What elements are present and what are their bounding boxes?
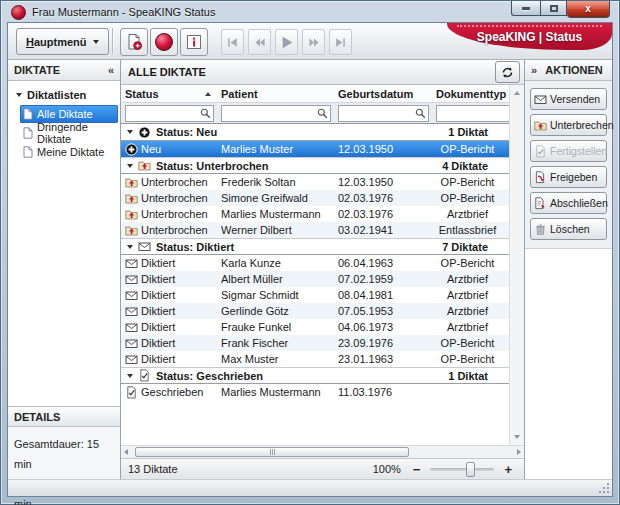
status-diktiert-icon: [125, 353, 138, 366]
cell-patient: Marlies Mustermann: [221, 208, 338, 220]
minimize-button[interactable]: [511, 1, 540, 16]
sidebar-collapse-button[interactable]: «: [108, 64, 114, 76]
sidebar-item[interactable]: Meine Diktate: [20, 143, 118, 161]
table-row[interactable]: Diktiert Frauke Funkel 04.06.1973 Arztbr…: [121, 319, 509, 335]
cell-patient: Frederik Soltan: [221, 176, 338, 188]
group-collapse-icon[interactable]: [127, 245, 133, 249]
table-row-selected[interactable]: Neu Marlies Muster 12.03.1950 OP-Bericht: [121, 141, 509, 157]
table-row[interactable]: Unterbrochen Simone Greifwald 02.03.1976…: [121, 190, 509, 206]
zoom-out-button[interactable]: −: [411, 463, 423, 476]
action-icon-slot: [534, 119, 547, 132]
table-row[interactable]: Diktiert Max Muster 23.01.1963 OP-Berich…: [121, 351, 509, 367]
status-icon-slot: [125, 224, 138, 237]
patient-filter: [221, 105, 331, 122]
scroll-left-button[interactable]: [124, 446, 128, 458]
sidebar-item[interactable]: Dringende Diktate: [20, 124, 118, 142]
nav-play-button[interactable]: [275, 29, 298, 55]
table-row[interactable]: Unterbrochen Frederik Soltan 12.03.1950 …: [121, 174, 509, 190]
nav-last-button[interactable]: [329, 29, 352, 55]
action-button[interactable]: Freigeben: [530, 166, 607, 188]
main-menu-button[interactable]: Hauptmenü: [16, 28, 109, 55]
nav-forward-button[interactable]: [302, 29, 325, 55]
maximize-button[interactable]: [540, 1, 567, 16]
scroll-down-button[interactable]: [510, 430, 524, 444]
new-dictation-button[interactable]: [120, 28, 148, 56]
tree-root-label: Diktatlisten: [27, 89, 86, 101]
nav-first-button[interactable]: [221, 29, 244, 55]
table-row[interactable]: Diktiert Albert Müller 07.02.1959 Arztbr…: [121, 271, 509, 287]
column-header-birthdate[interactable]: Geburtsdatum: [338, 88, 436, 100]
action-icon-slot: [534, 171, 547, 184]
group-header-row[interactable]: Status: Neu 1 Diktat: [121, 124, 509, 141]
table-row[interactable]: Diktiert Sigmar Schmidt 08.04.1981 Arztb…: [121, 287, 509, 303]
search-icon-slot: [415, 108, 426, 119]
cell-patient: Sigmar Schmidt: [221, 289, 338, 301]
list-header-label: ALLE DIKTATE: [128, 66, 495, 78]
column-label: Geburtsdatum: [338, 88, 413, 100]
resize-grip[interactable]: [598, 482, 610, 494]
group-header-row[interactable]: Status: Geschrieben 1 Diktat: [121, 367, 509, 384]
cell-doctype: OP-Bericht: [436, 143, 509, 155]
column-header-status[interactable]: Status: [125, 88, 221, 100]
cell-status: Diktiert: [125, 289, 221, 302]
table-row[interactable]: Unterbrochen Werner Dilbert 03.02.1941 E…: [121, 222, 509, 238]
group-collapse-icon[interactable]: [127, 164, 133, 168]
action-button[interactable]: Versenden: [530, 88, 607, 110]
actions-expand-button[interactable]: »: [531, 64, 537, 76]
group-label: Status: Diktiert: [156, 241, 234, 253]
zoom-in-button[interactable]: +: [502, 463, 514, 476]
nav-rewind-button[interactable]: [248, 29, 271, 55]
close-button[interactable]: x: [567, 1, 610, 18]
tree-root-node[interactable]: Diktatlisten: [8, 86, 120, 104]
info-button[interactable]: [180, 28, 208, 56]
status-text: Unterbrochen: [141, 176, 208, 188]
status-filter-input[interactable]: [128, 107, 200, 119]
cell-status: Diktiert: [125, 321, 221, 334]
table-row[interactable]: Diktiert Karla Kunze 06.04.1963 OP-Beric…: [121, 255, 509, 271]
column-header-patient[interactable]: Patient: [221, 88, 338, 100]
birthdate-filter-input[interactable]: [341, 107, 415, 119]
zoom-slider[interactable]: [430, 468, 494, 471]
group-count: 1 Diktat: [448, 370, 488, 382]
group-label: Status: Geschrieben: [156, 370, 263, 382]
status-icon-slot: [125, 386, 138, 399]
group-count: 4 Diktate: [442, 160, 488, 172]
scroll-right-button[interactable]: [517, 446, 521, 458]
nav-forward-icon: [307, 36, 320, 49]
search-icon-slot: [200, 108, 211, 119]
cell-doctype: OP-Bericht: [436, 192, 509, 204]
column-header-doctype[interactable]: Dokumenttyp: [436, 88, 509, 100]
minimize-icon: [522, 7, 530, 10]
record-button[interactable]: [150, 28, 178, 56]
action-button[interactable]: Unterbrechen: [530, 114, 607, 136]
table-row[interactable]: Geschrieben Marlies Mustermann 11.03.197…: [121, 384, 509, 400]
cell-birthdate: 02.03.1976: [338, 192, 436, 204]
horizontal-scrollbar[interactable]: [121, 445, 524, 459]
group-collapse-icon[interactable]: [127, 374, 133, 378]
cell-status: Unterbrochen: [125, 208, 221, 221]
horizontal-scroll-thumb[interactable]: [135, 447, 409, 457]
tree-expander-icon[interactable]: [16, 93, 22, 97]
refresh-button[interactable]: [495, 61, 520, 83]
vertical-scrollbar[interactable]: [509, 85, 524, 445]
zoom-level: 100%: [373, 463, 401, 475]
table-column-headers: Status Patient Geburtsdatum Dokumenttyp: [121, 85, 509, 103]
scroll-up-button[interactable]: [510, 86, 524, 100]
group-header-row[interactable]: Status: Unterbrochen 4 Diktate: [121, 157, 509, 174]
cell-doctype: OP-Bericht: [436, 176, 509, 188]
action-button[interactable]: Löschen: [530, 218, 607, 240]
group-header-row[interactable]: Status: Diktiert 7 Diktate: [121, 238, 509, 255]
info-icon: [185, 33, 203, 51]
sort-ascending-icon: [205, 92, 211, 96]
zoom-slider-thumb[interactable]: [466, 462, 475, 477]
close-icon: x: [585, 4, 591, 14]
cell-status: Diktiert: [125, 257, 221, 270]
patient-filter-input[interactable]: [224, 107, 317, 119]
cell-status: Neu: [125, 143, 221, 156]
action-button[interactable]: Abschließen: [530, 192, 607, 214]
group-collapse-icon[interactable]: [127, 130, 133, 134]
table-row[interactable]: Diktiert Gerlinde Götz 07.05.1953 Arztbr…: [121, 303, 509, 319]
table-row[interactable]: Unterbrochen Marlies Mustermann 02.03.19…: [121, 206, 509, 222]
triangle-right-icon: [517, 449, 521, 455]
table-row[interactable]: Diktiert Frank Fischer 23.09.1976 OP-Ber…: [121, 335, 509, 351]
